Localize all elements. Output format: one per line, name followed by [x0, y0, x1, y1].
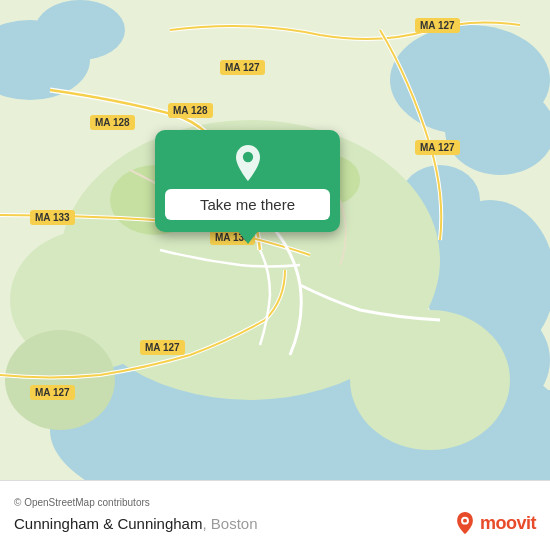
- route-badge-ma128-1: MA 128: [90, 115, 135, 130]
- route-badge-ma133-1: MA 133: [30, 210, 75, 225]
- svg-point-13: [350, 310, 510, 450]
- popup-card: Take me there: [155, 130, 340, 232]
- moovit-logo: moovit: [454, 512, 536, 534]
- moovit-brand-text: moovit: [480, 513, 536, 534]
- bottom-bar: © OpenStreetMap contributors Cunningham …: [0, 480, 550, 550]
- location-name: Cunningham & Cunningham, Boston: [14, 515, 258, 532]
- svg-point-12: [5, 330, 115, 430]
- map-container: MA 127 MA 127 MA 128 MA 128 MA 127 MA 13…: [0, 0, 550, 480]
- location-pin-icon: [230, 145, 266, 181]
- map-attribution: © OpenStreetMap contributors: [14, 497, 536, 508]
- route-badge-ma127-3: MA 127: [415, 140, 460, 155]
- route-badge-ma127-2: MA 127: [220, 60, 265, 75]
- route-badge-ma128-2: MA 128: [168, 103, 213, 118]
- svg-point-7: [35, 0, 125, 60]
- svg-point-18: [463, 519, 467, 523]
- svg-point-16: [242, 152, 252, 162]
- route-badge-ma127-5: MA 127: [30, 385, 75, 400]
- moovit-pin-icon: [454, 512, 476, 534]
- route-badge-ma127-1: MA 127: [415, 18, 460, 33]
- route-badge-ma127-4: MA 127: [140, 340, 185, 355]
- take-me-there-button[interactable]: Take me there: [165, 189, 330, 220]
- svg-point-4: [445, 85, 550, 175]
